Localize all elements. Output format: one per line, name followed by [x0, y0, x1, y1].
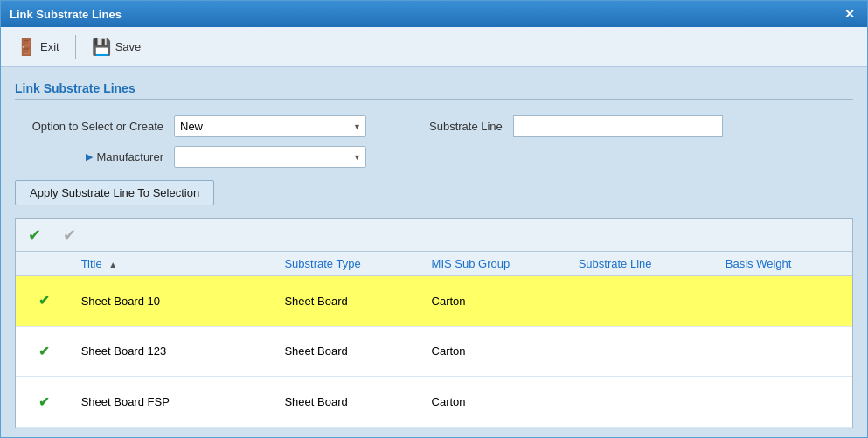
manufacturer-label: Manufacturer — [96, 150, 163, 163]
title-bar: Link Substrate Lines ✕ — [1, 1, 867, 27]
row-mis-1: Carton — [423, 276, 570, 327]
save-icon: 💾 — [92, 38, 111, 57]
row-type-3: Sheet Board — [275, 377, 422, 428]
grid-body: ✔ Sheet Board 10 Sheet Board Carton ✔ Sh… — [16, 276, 852, 428]
checkmark-3: ✔ — [38, 394, 50, 409]
table-row[interactable]: ✔ Sheet Board FSP Sheet Board Carton — [16, 377, 852, 428]
check-all-icon: ✔ — [28, 226, 41, 244]
option-select-wrapper[interactable]: New Select — [174, 115, 366, 137]
grid-header: Title ▲ Substrate Type MIS Sub Group Sub… — [16, 252, 852, 276]
col-header-substrate-type: Substrate Type — [275, 252, 422, 276]
form-area: Option to Select or Create New Select Su… — [15, 115, 853, 168]
checkmark-2: ✔ — [38, 344, 50, 358]
row-line-1 — [570, 276, 717, 327]
option-row: Option to Select or Create New Select Su… — [15, 115, 853, 137]
close-button[interactable]: ✕ — [841, 7, 858, 21]
row-checkbox-1[interactable]: ✔ — [16, 276, 73, 327]
row-line-2 — [570, 326, 717, 377]
window-title: Link Substrate Lines — [10, 8, 122, 21]
row-title-1: Sheet Board 10 — [73, 276, 276, 327]
sort-icon: ▲ — [108, 260, 117, 269]
toolbar: 🚪 Exit 💾 Save — [1, 27, 867, 67]
col-title-label: Title — [81, 257, 102, 270]
row-checkbox-2[interactable]: ✔ — [16, 326, 73, 377]
col-header-mis-sub-group: MIS Sub Group — [423, 252, 570, 276]
row-type-2: Sheet Board — [275, 326, 422, 377]
content-area: Link Substrate Lines Option to Select or… — [1, 67, 867, 437]
col-header-check — [16, 252, 73, 276]
row-weight-3 — [717, 377, 852, 428]
substrate-line-label: Substrate Line — [429, 120, 503, 133]
exit-icon: 🚪 — [17, 38, 36, 57]
row-mis-3: Carton — [423, 377, 570, 428]
section-title: Link Substrate Lines — [15, 81, 853, 100]
option-label: Option to Select or Create — [15, 120, 163, 133]
manufacturer-label-wrapper: ▶ Manufacturer — [15, 150, 163, 163]
row-mis-2: Carton — [423, 326, 570, 377]
manufacturer-row: ▶ Manufacturer — [15, 146, 853, 168]
option-select[interactable]: New Select — [174, 115, 366, 137]
row-weight-2 — [717, 326, 852, 377]
col-header-title[interactable]: Title ▲ — [73, 252, 276, 276]
row-weight-1 — [717, 276, 852, 327]
exit-button[interactable]: 🚪 Exit — [11, 34, 65, 60]
uncheck-all-icon: ✔ — [63, 226, 76, 244]
uncheck-all-button[interactable]: ✔ — [59, 224, 80, 247]
table-row[interactable]: ✔ Sheet Board 10 Sheet Board Carton — [16, 276, 852, 327]
save-button[interactable]: 💾 Save — [87, 34, 147, 60]
save-label: Save — [115, 40, 142, 53]
row-title-3: Sheet Board FSP — [73, 377, 276, 428]
check-all-button[interactable]: ✔ — [24, 224, 45, 247]
main-window: Link Substrate Lines ✕ 🚪 Exit 💾 Save Lin… — [0, 0, 868, 438]
exit-label: Exit — [40, 40, 59, 53]
toolbar-divider — [75, 35, 76, 59]
row-checkbox-3[interactable]: ✔ — [16, 377, 73, 428]
col-header-basis-weight: Basis Weight — [717, 252, 852, 276]
manufacturer-select[interactable] — [174, 146, 366, 168]
row-line-3 — [570, 377, 717, 428]
grid-toolbar: ✔ ✔ — [16, 219, 852, 252]
apply-button[interactable]: Apply Substrate Line To Selection — [15, 180, 214, 205]
row-title-2: Sheet Board 123 — [73, 326, 276, 377]
row-type-1: Sheet Board — [275, 276, 422, 327]
substrate-line-input[interactable] — [513, 115, 723, 137]
col-header-substrate-line: Substrate Line — [570, 252, 717, 276]
apply-button-area: Apply Substrate Line To Selection — [15, 177, 853, 205]
triangle-icon: ▶ — [86, 151, 93, 163]
manufacturer-select-wrapper[interactable] — [174, 146, 366, 168]
grid-area: ✔ ✔ Title ▲ Substrate Type M — [15, 218, 853, 428]
checkmark-1: ✔ — [38, 293, 50, 308]
grid-toolbar-divider — [52, 226, 52, 245]
grid-table: Title ▲ Substrate Type MIS Sub Group Sub… — [16, 252, 852, 428]
table-row[interactable]: ✔ Sheet Board 123 Sheet Board Carton — [16, 326, 852, 377]
